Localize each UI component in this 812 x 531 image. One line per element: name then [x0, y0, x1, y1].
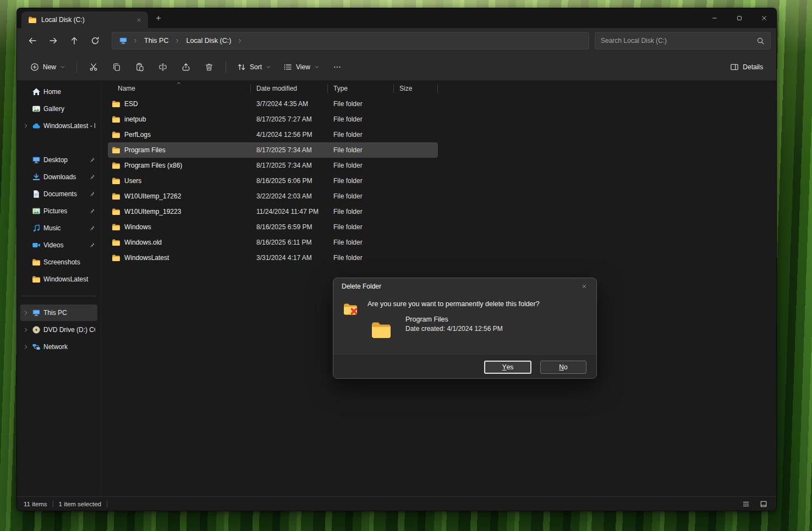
chevron-down-icon — [60, 64, 65, 70]
file-list-header: Name Date modified Type Size — [108, 82, 438, 95]
up-button[interactable] — [64, 32, 84, 49]
thumbnail-view-icon — [760, 500, 767, 508]
new-button[interactable]: New — [25, 58, 71, 76]
sidebar-divider — [21, 296, 96, 296]
chevron-right-icon — [133, 38, 138, 43]
this-pc-icon — [32, 308, 41, 317]
table-row[interactable]: Program Files 8/17/2025 7:34 AM File fol… — [108, 142, 438, 158]
delete-button[interactable] — [198, 58, 220, 76]
sidebar-item-dvd-drive-d-ccc[interactable]: DVD Drive (D:) CCC — [20, 322, 97, 338]
search-box[interactable] — [595, 32, 771, 49]
chevron-right-icon[interactable] — [23, 309, 29, 316]
details-view-toggle[interactable] — [740, 499, 752, 510]
details-pane-icon — [730, 63, 739, 71]
table-row[interactable]: Users 8/16/2025 6:06 PM File folder — [108, 173, 438, 189]
sidebar-item-music[interactable]: Music — [20, 220, 97, 236]
table-row[interactable]: W10UItemp_19223 11/24/2024 11:47 PM File… — [108, 204, 438, 219]
chevron-spacer — [23, 242, 29, 248]
column-header-date-modified[interactable]: Date modified — [251, 84, 328, 93]
documents-icon — [32, 190, 41, 198]
sidebar-item-downloads[interactable]: Downloads — [20, 169, 97, 185]
chevron-right-icon[interactable] — [23, 123, 29, 129]
details-pane-button[interactable]: Details — [725, 58, 769, 76]
rename-button[interactable] — [152, 58, 174, 76]
sidebar-item-network[interactable]: Network — [20, 339, 97, 355]
sidebar-item-gallery[interactable]: Gallery — [20, 101, 97, 117]
back-button[interactable] — [23, 32, 42, 49]
sidebar-item-label: Music — [43, 224, 86, 232]
sidebar-item-desktop[interactable]: Desktop — [20, 152, 97, 168]
copy-icon — [112, 63, 121, 71]
folder-icon — [112, 238, 120, 247]
sidebar-item-label: Network — [43, 343, 95, 351]
folder-icon — [112, 115, 120, 124]
search-input[interactable] — [601, 37, 752, 45]
sidebar-item-home[interactable]: Home — [20, 84, 97, 100]
explorer-tab[interactable]: Local Disk (C:) — [21, 12, 148, 28]
sidebar-item-windowslatest[interactable]: WindowsLatest — [20, 271, 97, 287]
view-button[interactable]: View — [278, 58, 325, 76]
breadcrumb[interactable]: This PC Local Disk (C:) — [112, 32, 589, 49]
sidebar-item-label: This PC — [43, 309, 95, 317]
sidebar-item-label: Desktop — [43, 156, 86, 164]
table-row[interactable]: Windows.old 8/16/2025 6:11 PM File folde… — [108, 235, 438, 250]
new-plus-icon — [30, 63, 39, 71]
share-button[interactable] — [175, 58, 197, 76]
table-row[interactable]: W10UItemp_17262 3/22/2024 2:03 AM File f… — [108, 189, 438, 204]
maximize-button[interactable] — [727, 8, 751, 28]
thumbnail-view-toggle[interactable] — [758, 499, 770, 510]
more-options-button[interactable] — [326, 58, 348, 76]
sidebar-item-label: Downloads — [43, 173, 86, 181]
chevron-down-icon — [314, 64, 320, 70]
sidebar-item-documents[interactable]: Documents — [20, 186, 97, 202]
delete-folder-icon — [342, 301, 359, 317]
breadcrumb-local-disk-c[interactable]: Local Disk (C:) — [185, 37, 232, 45]
no-button[interactable]: No — [540, 361, 586, 374]
close-button[interactable] — [751, 8, 776, 28]
chevron-down-icon — [266, 64, 271, 70]
chevron-right-icon[interactable] — [23, 344, 29, 350]
refresh-button[interactable] — [85, 32, 105, 49]
yes-button[interactable]: Yes — [484, 361, 531, 374]
chevron-right-icon — [237, 38, 243, 43]
refresh-icon — [91, 36, 100, 45]
column-header-size[interactable]: Size — [394, 84, 438, 93]
tab-close-button[interactable] — [133, 14, 145, 26]
sidebar-item-pictures[interactable]: Pictures — [20, 203, 97, 219]
file-type: File folder — [328, 162, 394, 169]
table-row[interactable]: WindowsLatest 3/31/2024 4:17 AM File fol… — [108, 250, 438, 266]
sidebar-item-label: DVD Drive (D:) CCC — [43, 326, 95, 334]
chevron-right-icon[interactable] — [23, 327, 29, 333]
chevron-right-icon — [174, 38, 180, 43]
sidebar-gap — [17, 135, 101, 151]
table-row[interactable]: Program Files (x86) 8/17/2025 7:34 AM Fi… — [108, 158, 438, 173]
tab-title: Local Disk (C:) — [41, 16, 128, 24]
column-header-type[interactable]: Type — [328, 84, 394, 93]
paste-button[interactable] — [129, 58, 151, 76]
file-date-modified: 3/31/2024 4:17 AM — [251, 254, 328, 262]
folder-icon — [32, 258, 41, 267]
cut-button[interactable] — [83, 58, 105, 76]
file-date-modified: 3/22/2024 2:03 AM — [251, 192, 328, 200]
sidebar-item-this-pc[interactable]: This PC — [20, 305, 97, 321]
sidebar-item-videos[interactable]: Videos — [20, 237, 97, 253]
file-name: inetpub — [124, 115, 146, 123]
sidebar-item-screenshots[interactable]: Screenshots — [20, 254, 97, 270]
dialog-close-button[interactable] — [574, 279, 594, 294]
gallery-icon — [32, 104, 41, 113]
new-tab-button[interactable] — [151, 11, 166, 25]
table-row[interactable]: PerfLogs 4/1/2024 12:56 PM File folder — [108, 127, 438, 142]
table-row[interactable]: Windows 8/16/2025 6:59 PM File folder — [108, 219, 438, 235]
file-name: W10UItemp_19223 — [124, 208, 181, 215]
minimize-button[interactable] — [702, 8, 727, 28]
sort-button[interactable]: Sort — [232, 58, 277, 76]
details-button-label: Details — [743, 63, 763, 71]
table-row[interactable]: ESD 3/7/2024 4:35 AM File folder — [108, 96, 438, 112]
table-row[interactable]: inetpub 8/17/2025 7:27 AM File folder — [108, 112, 438, 127]
dialog-body: Are you sure you want to permanently del… — [333, 295, 596, 355]
file-name: Users — [124, 177, 141, 185]
breadcrumb-this-pc[interactable]: This PC — [143, 37, 169, 45]
copy-button[interactable] — [106, 58, 128, 76]
sidebar-item-windowslatest-pe[interactable]: WindowsLatest - Pe — [20, 118, 97, 134]
forward-button[interactable] — [43, 32, 63, 49]
